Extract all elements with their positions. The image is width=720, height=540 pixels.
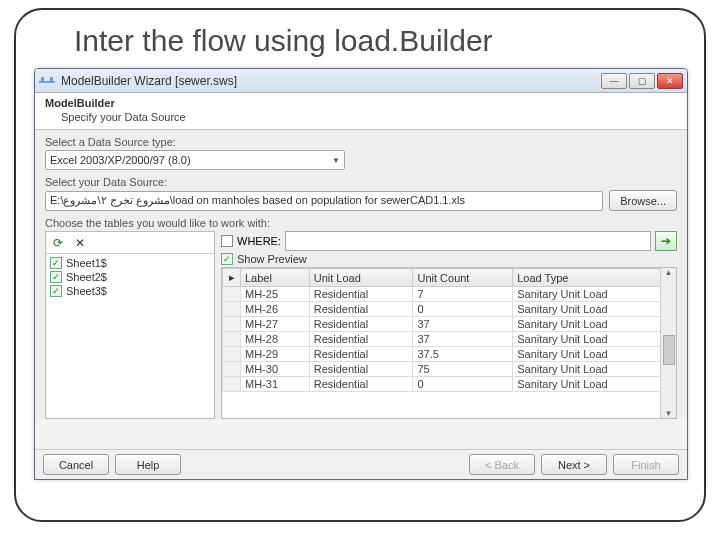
sheet-name: Sheet2$	[66, 271, 107, 283]
table-row[interactable]: MH-27Residential37Sanitary Unit Load	[223, 317, 676, 332]
checkbox-checked-icon[interactable]: ✓	[50, 271, 62, 283]
table-cell: 75	[413, 362, 513, 377]
browse-button[interactable]: Browse...	[609, 190, 677, 211]
table-row[interactable]: MH-31Residential0Sanitary Unit Load	[223, 377, 676, 392]
col-unit-load[interactable]: Unit Load	[309, 269, 413, 287]
delete-icon[interactable]: ✕	[72, 235, 88, 251]
table-cell: Sanitary Unit Load	[513, 317, 676, 332]
where-input[interactable]	[285, 231, 651, 251]
window-title: ModelBuilder Wizard [sewer.sws]	[61, 74, 601, 88]
titlebar: ModelBuilder Wizard [sewer.sws] — ▢ ✕	[35, 69, 687, 93]
table-cell: Residential	[309, 317, 413, 332]
wizard-footer: Cancel Help < Back Next > Finish	[35, 449, 687, 479]
tables-toolbar: ⟳ ✕	[46, 232, 214, 254]
table-cell: Sanitary Unit Load	[513, 347, 676, 362]
table-cell	[223, 347, 241, 362]
table-cell	[223, 287, 241, 302]
wizard-body: Select a Data Source type: Excel 2003/XP…	[35, 130, 687, 419]
datasource-path-input[interactable]: E:\مشروع تخرج ٢\مشروع\load on manholes b…	[45, 191, 603, 211]
table-cell: 7	[413, 287, 513, 302]
where-label: WHERE:	[237, 235, 281, 247]
table-cell: Sanitary Unit Load	[513, 287, 676, 302]
preview-table: ▸ Label Unit Load Unit Count Load Type M…	[222, 268, 676, 392]
vertical-scrollbar[interactable]: ▲ ▼	[660, 268, 676, 418]
table-cell: 0	[413, 302, 513, 317]
slide-frame: Inter the flow using load.Builder ModelB…	[14, 8, 706, 522]
table-row[interactable]: MH-30Residential75Sanitary Unit Load	[223, 362, 676, 377]
next-button[interactable]: Next >	[541, 454, 607, 475]
sheet-row[interactable]: ✓ Sheet3$	[50, 284, 210, 298]
checkbox-checked-icon[interactable]: ✓	[50, 285, 62, 297]
app-icon	[39, 75, 55, 87]
svg-rect-1	[41, 77, 44, 81]
refresh-icon[interactable]: ⟳	[50, 235, 66, 251]
close-button[interactable]: ✕	[657, 73, 683, 89]
preview-grid: ▸ Label Unit Load Unit Count Load Type M…	[221, 267, 677, 419]
svg-rect-2	[50, 77, 53, 81]
table-cell: Sanitary Unit Load	[513, 377, 676, 392]
back-button[interactable]: < Back	[469, 454, 535, 475]
checkbox-checked-icon[interactable]: ✓	[50, 257, 62, 269]
col-load-type[interactable]: Load Type	[513, 269, 676, 287]
row-header-col[interactable]: ▸	[223, 269, 241, 287]
table-cell	[223, 317, 241, 332]
preview-panel: WHERE: ➔ ✓ Show Preview ▸	[221, 231, 677, 419]
table-cell: MH-31	[241, 377, 310, 392]
datasource-path-row: E:\مشروع تخرج ٢\مشروع\load on manholes b…	[45, 190, 677, 211]
col-unit-count[interactable]: Unit Count	[413, 269, 513, 287]
where-checkbox[interactable]	[221, 235, 233, 247]
maximize-button[interactable]: ▢	[629, 73, 655, 89]
table-row[interactable]: MH-29Residential37.5Sanitary Unit Load	[223, 347, 676, 362]
where-row: WHERE: ➔	[221, 231, 677, 251]
arrow-right-icon: ➔	[661, 234, 671, 248]
sheet-row[interactable]: ✓ Sheet1$	[50, 256, 210, 270]
table-header-row: ▸ Label Unit Load Unit Count Load Type	[223, 269, 676, 287]
label-select-source: Select your Data Source:	[45, 176, 677, 188]
table-cell: MH-30	[241, 362, 310, 377]
svg-rect-0	[39, 81, 55, 83]
finish-button[interactable]: Finish	[613, 454, 679, 475]
table-cell: Residential	[309, 362, 413, 377]
scrollbar-thumb[interactable]	[663, 335, 675, 365]
chevron-down-icon: ▼	[332, 156, 340, 165]
table-cell	[223, 332, 241, 347]
table-cell: Sanitary Unit Load	[513, 302, 676, 317]
apply-filter-button[interactable]: ➔	[655, 231, 677, 251]
datasource-type-dropdown[interactable]: Excel 2003/XP/2000/97 (8.0) ▼	[45, 150, 345, 170]
table-cell: 0	[413, 377, 513, 392]
table-cell: MH-25	[241, 287, 310, 302]
sheet-row[interactable]: ✓ Sheet2$	[50, 270, 210, 284]
table-cell: Residential	[309, 377, 413, 392]
table-cell: Sanitary Unit Load	[513, 332, 676, 347]
scroll-down-icon[interactable]: ▼	[665, 409, 673, 418]
table-cell: Residential	[309, 302, 413, 317]
show-preview-row: ✓ Show Preview	[221, 253, 677, 265]
table-cell: 37	[413, 332, 513, 347]
table-row[interactable]: MH-28Residential37Sanitary Unit Load	[223, 332, 676, 347]
window-controls: — ▢ ✕	[601, 73, 683, 89]
table-cell: Residential	[309, 287, 413, 302]
label-choose-tables: Choose the tables you would like to work…	[45, 217, 677, 229]
show-preview-checkbox[interactable]: ✓	[221, 253, 233, 265]
help-button[interactable]: Help	[115, 454, 181, 475]
cancel-button[interactable]: Cancel	[43, 454, 109, 475]
datasource-path-value: E:\مشروع تخرج ٢\مشروع\load on manholes b…	[50, 194, 465, 207]
table-cell: MH-28	[241, 332, 310, 347]
sheet-name: Sheet1$	[66, 257, 107, 269]
table-cell: MH-26	[241, 302, 310, 317]
datasource-type-value: Excel 2003/XP/2000/97 (8.0)	[50, 154, 191, 166]
table-cell: Residential	[309, 347, 413, 362]
table-cell: MH-27	[241, 317, 310, 332]
scroll-up-icon[interactable]: ▲	[665, 268, 673, 277]
table-row[interactable]: MH-25Residential7Sanitary Unit Load	[223, 287, 676, 302]
table-row[interactable]: MH-26Residential0Sanitary Unit Load	[223, 302, 676, 317]
sheet-list: ✓ Sheet1$ ✓ Sheet2$ ✓ Sheet3$	[46, 254, 214, 300]
tables-panel: ⟳ ✕ ✓ Sheet1$ ✓ Sheet2$ ✓	[45, 231, 215, 419]
wizard-window: ModelBuilder Wizard [sewer.sws] — ▢ ✕ Mo…	[34, 68, 688, 480]
minimize-button[interactable]: —	[601, 73, 627, 89]
table-cell: Sanitary Unit Load	[513, 362, 676, 377]
wizard-header-subtitle: Specify your Data Source	[61, 111, 677, 123]
label-select-type: Select a Data Source type:	[45, 136, 677, 148]
col-label[interactable]: Label	[241, 269, 310, 287]
table-cell: 37	[413, 317, 513, 332]
